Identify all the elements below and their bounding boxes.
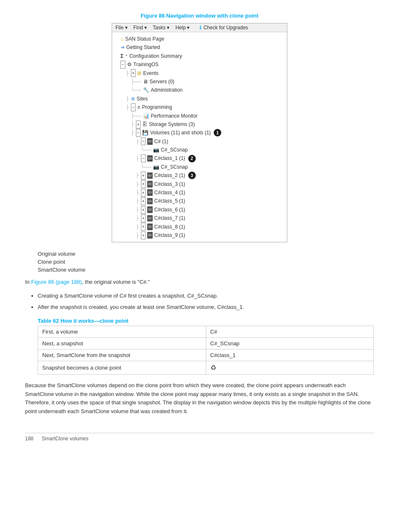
nav-tree: ⌂ SAN Status Page ➜ Getting Started Σ ⁺ … (112, 32, 287, 242)
tree-item-c-class1[interactable]: ├ − IO C#class_1 (1) 2 (115, 154, 284, 162)
tree-item-volumes[interactable]: ├ − 💾 Volumes (11) and shots (1) 1 (115, 129, 284, 137)
figure-link[interactable]: Figure 86 (page 188) (31, 279, 82, 285)
list-icon: ≡ (137, 103, 140, 111)
tree-item-config-summary[interactable]: Σ ⁺ Configuration Summary (115, 52, 284, 60)
vol-icon-class5: IO (147, 198, 152, 205)
plus-expand-icon10: + (141, 231, 146, 239)
globe-icon: ⊕ (131, 95, 135, 103)
arrow-icon: ➜ (120, 43, 125, 51)
how-it-works-table: First, a volume C# Next, a snapshot C#_S… (38, 326, 374, 375)
plus-expand-icon9: + (141, 223, 146, 231)
tree-item-c-class7[interactable]: ├ + IO C#class_7 (1) (115, 214, 284, 222)
menu-help[interactable]: Help ▾ (175, 25, 189, 31)
vol-icon-class3: IO (147, 181, 152, 188)
body-text-1: In Figure 86 (page 188), the original vo… (25, 278, 374, 287)
tree-item-c-snap[interactable]: └── 📷 C#_SCsnap (115, 146, 284, 154)
table-cell-col2: C# (206, 326, 374, 337)
admin-icon: 🔧 (143, 86, 149, 94)
vol-icon-class1: IO (147, 155, 152, 162)
table-cell-col2: C#_SCsnap (206, 337, 374, 349)
table-cell-col2: C#class_1 (206, 349, 374, 361)
tree-item-servers[interactable]: ├── 🖥 Servers (0) (115, 77, 284, 86)
callout-3: SmartClone volume (38, 267, 374, 273)
check-upgrades[interactable]: ℹ Check for Upgrades (200, 25, 248, 31)
table-cell-col1: Next, a snapshot (38, 337, 206, 349)
plus-expand-icon5: + (141, 189, 146, 197)
plus-expand-icon6: + (141, 197, 146, 205)
server-icon: 🖥 (143, 77, 148, 86)
bullet-2: After the snapshot is created, you creat… (38, 303, 374, 312)
table-cell-snap-icon: ♻ (206, 361, 374, 374)
bullet-1: Creating a SmartClone volume of C# first… (38, 292, 374, 301)
menu-tasks[interactable]: Tasks ▾ (153, 25, 169, 31)
vol-icon-class2: IO (147, 172, 152, 179)
vol-icon-class6: IO (147, 206, 152, 213)
snap-icon-1: 📷 (153, 146, 159, 154)
tree-item-san-status[interactable]: ⌂ SAN Status Page (115, 35, 284, 43)
tree-item-c-class3[interactable]: ├ + IO C#class_3 (1) (115, 180, 284, 188)
navigation-window: File ▾ Find ▾ Tasks ▾ Help ▾ ℹ Check for… (112, 23, 287, 242)
table-title: Table 62 How it works—clone point (38, 318, 374, 324)
table-cell-col1: Next, SmartClone from the snapshot (38, 349, 206, 361)
minus-expand-icon5: − (141, 154, 146, 162)
gear-icon: ⚙ (127, 60, 132, 69)
minus-expand-icon2: − (131, 103, 136, 111)
callout-2: Clone point (38, 259, 374, 265)
badge-2: 2 (188, 155, 196, 162)
figure-title: Figure 86 Navigation window with clone p… (25, 13, 374, 19)
table-row: Next, SmartClone from the snapshot C#cla… (38, 349, 374, 361)
vol-icon-class8: IO (147, 224, 152, 230)
plus-expand-icon8: + (141, 214, 146, 222)
minus-expand-icon: − (120, 61, 125, 69)
monitor-icon: 📊 (143, 112, 149, 120)
vol-icon-class7: IO (147, 215, 152, 222)
tree-item-programming[interactable]: ├ − ≡ Programming (115, 103, 284, 111)
tree-item-c-class8[interactable]: ├ + IO C#class_8 (1) (115, 223, 284, 231)
body-text-2: Because the SmartClone volumes depend on… (25, 381, 374, 416)
plus-expand-icon3: + (141, 172, 146, 180)
table-row: Next, a snapshot C#_SCsnap (38, 337, 374, 349)
tree-item-events[interactable]: ├ + ⊞ Events (115, 69, 284, 77)
vol-icon-class4: IO (147, 189, 152, 196)
tree-item-c-class6[interactable]: ├ + IO C#class_6 (1) (115, 206, 284, 214)
tree-item-getting-started[interactable]: ➜ Getting Started (115, 43, 284, 51)
sigma-icon: Σ (120, 52, 123, 60)
plus-expand-icon4: + (141, 180, 146, 188)
page-footer: 188 SmartClone volumes (25, 433, 374, 442)
vol-icon-c: IO (147, 138, 152, 145)
menu-find[interactable]: Find ▾ (133, 25, 147, 31)
tree-item-c-class4[interactable]: ├ + IO C#class_4 (1) (115, 188, 284, 197)
tree-item-c-class1-snap[interactable]: └── 📷 C#_SCsnap (115, 163, 284, 171)
snap-icon-2: 📷 (153, 163, 159, 171)
page-number: 188 (25, 436, 33, 442)
tree-item-admin[interactable]: └── 🔧 Administration (115, 86, 284, 94)
badge-1: 1 (214, 129, 221, 136)
table-cell-col1: Snapshot becomes a clone point (38, 361, 206, 374)
table-row: Snapshot becomes a clone point ♻ (38, 361, 374, 374)
tree-item-trainingos[interactable]: − ⚙ TrainingOS (115, 60, 284, 69)
plus-expand-icon2: + (136, 121, 141, 129)
menu-file[interactable]: File ▾ (115, 25, 128, 31)
minus-expand-icon4: − (141, 137, 146, 145)
house-icon: ⌂ (120, 35, 123, 43)
tree-item-c-class9[interactable]: ├ + IO C#class_9 (1) (115, 231, 284, 239)
plus-expand-icon: + (131, 69, 136, 77)
tree-item-sites[interactable]: ├ ⊕ Sites (115, 95, 284, 103)
plus-expand-icon7: + (141, 206, 146, 214)
info-icon: ℹ (200, 25, 202, 31)
tree-item-perf-monitor[interactable]: ├── 📊 Performance Monitor (115, 112, 284, 120)
badge-3: 3 (188, 172, 196, 179)
storage-icon: 🗄 (142, 120, 147, 129)
vol-icon-class9: IO (147, 232, 152, 239)
section-label: SmartClone volumes (42, 436, 88, 442)
minus-expand-icon3: − (136, 129, 141, 137)
tree-item-c-class5[interactable]: ├ + IO C#class_5 (1) (115, 197, 284, 205)
table-cell-col1: First, a volume (38, 326, 206, 337)
tree-item-storage-systems[interactable]: ├ + 🗄 Storage Systems (3) (115, 120, 284, 129)
tree-item-c-class2[interactable]: ├ + IO C#class_2 (1) 3 (115, 171, 284, 180)
callout-1: Original volume (38, 251, 374, 257)
table-row: First, a volume C# (38, 326, 374, 337)
tree-item-c-hash[interactable]: ├ − IO C# (1) (115, 137, 284, 146)
events-icon: ⊞ (137, 69, 141, 77)
bullet-list: Creating a SmartClone volume of C# first… (33, 292, 374, 312)
